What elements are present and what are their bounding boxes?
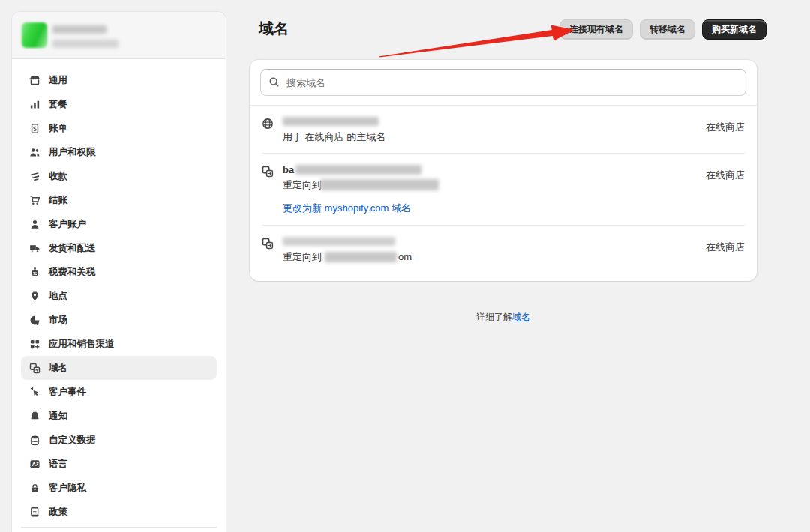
sidebar-item-label: 语言 — [49, 458, 68, 471]
channel-label: 在线商店 — [706, 121, 745, 134]
domain-redirect-icon — [262, 238, 274, 250]
sidebar-item-label: 税费和关税 — [49, 266, 96, 279]
search-domains-input[interactable] — [260, 69, 746, 96]
domain-redirect-icon — [262, 166, 274, 178]
sidebar-item-label: 域名 — [49, 362, 68, 375]
sidebar-item-locations[interactable]: 地点 — [21, 284, 217, 308]
sidebar-item-shipping-delivery[interactable]: 发货和配送 — [21, 236, 217, 260]
sidebar-bottom-divider — [21, 527, 217, 528]
sidebar-item-label: 客户账户 — [49, 218, 86, 231]
sidebar-item-plan[interactable]: 套餐 — [21, 92, 217, 116]
sidebar-item-label: 发货和配送 — [49, 242, 96, 255]
sidebar-item-label: 账单 — [49, 122, 68, 135]
sidebar-item-label: 客户隐私 — [49, 482, 86, 495]
privacy-lock-icon — [29, 483, 40, 494]
store-logo-redacted — [22, 22, 47, 48]
locations-icon — [29, 291, 40, 302]
redirect-label: 重定向到 — [283, 250, 322, 264]
sidebar-item-label: 应用和销售渠道 — [49, 338, 115, 351]
sidebar-item-label: 客户事件 — [49, 386, 86, 399]
page-title: 域名 — [259, 19, 289, 39]
globe-icon — [262, 118, 274, 130]
sidebar-item-label: 政策 — [49, 506, 68, 519]
redirect-target-suffix: om — [398, 251, 412, 262]
markets-icon — [29, 315, 40, 326]
users-icon — [29, 147, 40, 158]
sidebar-item-label: 收款 — [49, 170, 68, 183]
sidebar-item-custom-data[interactable]: 自定义数据 — [21, 428, 217, 452]
domain-name-redacted — [283, 237, 395, 246]
languages-icon: A — [29, 459, 40, 470]
redirect-label: 重定向到 — [283, 178, 322, 192]
billing-icon — [29, 123, 40, 134]
sidebar-item-label: 自定义数据 — [49, 434, 96, 447]
domain-subtitle: 用于 在线商店 的主域名 — [283, 130, 386, 143]
svg-text:A: A — [32, 461, 36, 468]
sidebar-item-label: 地点 — [49, 290, 68, 303]
sidebar-item-users-permissions[interactable]: 用户和权限 — [21, 140, 217, 164]
header-actions: 连接现有域名 转移域名 购买新域名 — [560, 19, 766, 40]
domain-name-redacted — [283, 117, 379, 126]
sidebar-item-label: 通用 — [49, 74, 68, 87]
domain-row-redirect-1[interactable]: ba 重定向到 更改为新 myshopify.com 域名 在线商店 — [250, 154, 757, 225]
sidebar-item-general[interactable]: 通用 — [21, 68, 217, 92]
payments-icon — [29, 171, 40, 182]
apps-icon — [29, 339, 40, 350]
customer-accounts-icon — [29, 219, 40, 230]
store-url-redacted — [52, 40, 118, 48]
shipping-icon — [29, 243, 40, 254]
sidebar-item-label: 结账 — [49, 194, 68, 207]
store-name-redacted — [52, 25, 106, 34]
sidebar-item-customer-events[interactable]: 客户事件 — [21, 380, 217, 404]
taxes-icon — [29, 267, 40, 278]
domains-card: 用于 在线商店 的主域名 在线商店 ba 重定向到 更改为新 myshopify… — [250, 60, 757, 281]
settings-sidebar: 通用 套餐 账单 用户和权限 收款 结账 客户账户 发货和配送 — [11, 11, 226, 532]
sidebar-item-label: 套餐 — [49, 98, 68, 111]
change-myshopify-domain-link[interactable]: 更改为新 myshopify.com 域名 — [283, 202, 439, 215]
sidebar-item-label: 用户和权限 — [49, 146, 96, 159]
redirect-target-redacted — [325, 252, 397, 262]
checkout-icon — [29, 195, 40, 206]
store-icon — [29, 75, 40, 86]
learn-more-text: 详细了解 — [476, 312, 512, 322]
domains-icon — [29, 363, 40, 374]
settings-menu: 通用 套餐 账单 用户和权限 收款 结账 客户账户 发货和配送 — [12, 59, 226, 528]
buy-new-domain-button[interactable]: 购买新域名 — [702, 19, 766, 40]
domain-search — [260, 69, 746, 96]
sidebar-item-notifications[interactable]: 通知 — [21, 404, 217, 428]
sidebar-item-apps-sales-channels[interactable]: 应用和销售渠道 — [21, 332, 217, 356]
sidebar-item-checkout[interactable]: 结账 — [21, 188, 217, 212]
sidebar-item-customer-privacy[interactable]: 客户隐私 — [21, 476, 217, 500]
connect-existing-domain-button[interactable]: 连接现有域名 — [560, 19, 633, 40]
search-icon — [268, 76, 280, 88]
learn-more-footer: 详细了解域名 — [250, 311, 757, 324]
domain-name-redacted — [296, 165, 422, 175]
domain-row-primary[interactable]: 用于 在线商店 的主域名 在线商店 — [250, 106, 757, 153]
sidebar-item-markets[interactable]: 市场 — [21, 308, 217, 332]
notifications-icon — [29, 411, 40, 422]
learn-more-domains-link[interactable]: 域名 — [512, 312, 530, 322]
plan-icon — [29, 99, 40, 110]
redirect-target-redacted — [320, 179, 439, 190]
domain-row-redirect-2[interactable]: 重定向到om 在线商店 — [250, 226, 757, 281]
sidebar-item-domains[interactable]: 域名 — [21, 356, 217, 380]
sidebar-item-taxes-duties[interactable]: 税费和关税 — [21, 260, 217, 284]
channel-label: 在线商店 — [706, 169, 745, 182]
sidebar-item-languages[interactable]: A 语言 — [21, 452, 217, 476]
channel-label: 在线商店 — [706, 241, 745, 254]
sidebar-item-policies[interactable]: 政策 — [21, 500, 217, 524]
sidebar-item-label: 通知 — [49, 410, 68, 423]
sidebar-item-customer-accounts[interactable]: 客户账户 — [21, 212, 217, 236]
transfer-domain-button[interactable]: 转移域名 — [640, 19, 695, 40]
sidebar-item-payments[interactable]: 收款 — [21, 164, 217, 188]
store-header — [12, 12, 226, 59]
policies-icon — [29, 507, 40, 518]
custom-data-icon — [29, 435, 40, 446]
customer-events-icon — [29, 387, 40, 398]
domain-name-visible: ba — [283, 164, 294, 175]
sidebar-item-label: 市场 — [49, 314, 68, 327]
sidebar-item-billing[interactable]: 账单 — [21, 116, 217, 140]
